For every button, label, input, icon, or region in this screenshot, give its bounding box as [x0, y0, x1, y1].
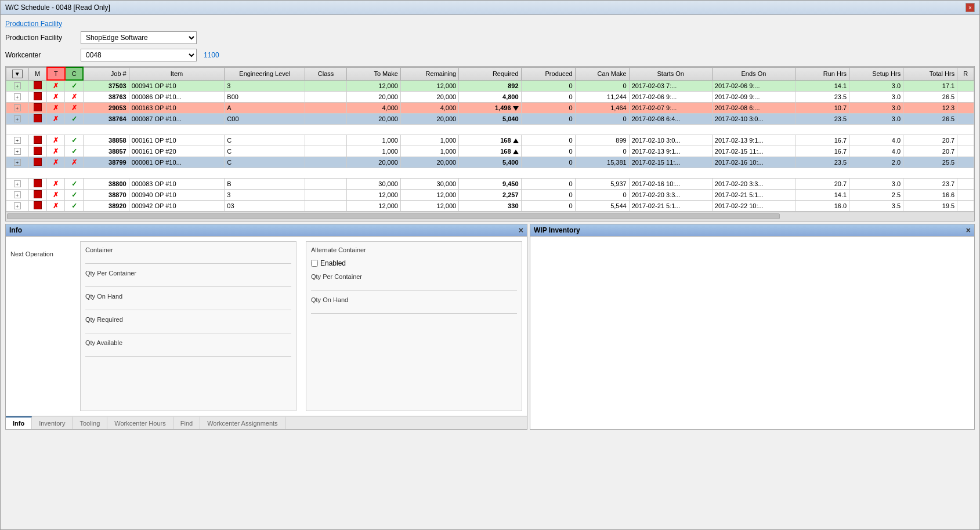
production-facility-dropdown[interactable]: ShopEdge Software	[81, 31, 197, 44]
table-row[interactable]: + ✗ ✓ 37503 000941 OP #10 3 12,000 12,00…	[6, 80, 974, 91]
table-row[interactable]: + ✗ ✗ 38763 000086 OP #10... B00 20,000 …	[6, 91, 974, 102]
facility-link[interactable]: Production Facility	[5, 20, 975, 28]
produced-cell: 0	[521, 80, 575, 91]
m-cell	[28, 157, 46, 168]
col-header-endson: Ends On	[712, 67, 795, 80]
row-expand-btn[interactable]: +	[14, 180, 21, 187]
table-row[interactable]: + ✗ ✓ 38858 000161 OP #10 C 1,000 1,000 …	[6, 135, 974, 146]
job-cell[interactable]: 38920	[83, 200, 129, 211]
table-row[interactable]	[6, 168, 974, 178]
t-cell: ✗	[47, 157, 65, 168]
table-row[interactable]: + ✗ ✓ 38870 000940 OP #10 3 12,000 12,00…	[6, 189, 974, 200]
required-cell: 168	[459, 135, 521, 146]
window-close-button[interactable]: ×	[965, 3, 975, 12]
info-left-section: Next Operation	[10, 241, 80, 411]
endson-cell: 2017-02-10 3:0...	[712, 113, 795, 124]
job-cell[interactable]: 38857	[83, 146, 129, 157]
tab-tooling[interactable]: Tooling	[73, 416, 107, 429]
table-row[interactable]: + ✗ ✓ 38920 000942 OP #10 03 12,000 12,0…	[6, 200, 974, 211]
eng-cell: 03	[225, 200, 305, 211]
job-cell[interactable]: 29053	[83, 102, 129, 113]
item-cell: 000161 OP #20	[129, 146, 225, 157]
row-expand-btn[interactable]: +	[14, 137, 21, 144]
row-expand-btn[interactable]: +	[14, 148, 21, 155]
qty-per-container-label: Qty Per Container	[85, 270, 291, 277]
expand-cell: +	[6, 146, 29, 157]
m-indicator	[34, 92, 42, 100]
m-indicator	[34, 179, 42, 187]
class-cell	[305, 135, 347, 146]
qty-per-container-field: Qty Per Container	[85, 270, 291, 287]
wip-panel-close-button[interactable]: ×	[966, 226, 971, 234]
canmake-cell: 15,381	[575, 157, 629, 168]
t-cell: ✗	[47, 135, 65, 146]
t-cell: ✗	[47, 200, 65, 211]
alt-qty-per-container-field: Qty Per Container	[311, 273, 517, 291]
class-cell	[305, 146, 347, 157]
tab-find[interactable]: Find	[173, 416, 200, 429]
startson-cell: 2017-02-06 9:...	[629, 91, 712, 102]
row-expand-btn[interactable]: +	[14, 82, 21, 89]
wip-panel-body	[530, 237, 974, 429]
tab-workcenter-hours[interactable]: Workcenter Hours	[107, 416, 173, 429]
row-expand-btn[interactable]: +	[14, 202, 21, 209]
alt-container-label: Alternate Container	[311, 246, 517, 253]
c-cell: ✓	[65, 200, 83, 211]
eng-cell: B00	[225, 91, 305, 102]
expand-all-icon[interactable]: ▼	[12, 70, 23, 78]
job-cell[interactable]: 38800	[83, 178, 129, 189]
expand-cell: +	[6, 102, 29, 113]
tab-inventory[interactable]: Inventory	[32, 416, 73, 429]
c2-check-icon: ✓	[71, 115, 77, 123]
table-row[interactable]: + ✗ ✗ 29053 000163 OP #10 A 4,000 4,000 …	[6, 102, 974, 113]
col-header-runhrs: Run Hrs	[795, 67, 849, 80]
c2-x-icon: ✗	[71, 104, 77, 112]
job-cell[interactable]: 38763	[83, 91, 129, 102]
job-cell[interactable]: 38858	[83, 135, 129, 146]
canmake-cell: 5,937	[575, 178, 629, 189]
wip-panel: WIP Inventory ×	[530, 224, 975, 430]
job-cell[interactable]: 37503	[83, 80, 129, 91]
totalhrs-cell: 19.5	[903, 200, 957, 211]
tab-info[interactable]: Info	[6, 416, 32, 429]
class-cell	[305, 102, 347, 113]
c2-check-icon: ✓	[71, 180, 77, 188]
eng-cell: C	[225, 135, 305, 146]
job-cell[interactable]: 38870	[83, 189, 129, 200]
col-header-totalhrs: Total Hrs	[903, 67, 957, 80]
produced-cell: 0	[521, 91, 575, 102]
totalhrs-cell: 17.1	[903, 80, 957, 91]
r-cell	[957, 189, 974, 200]
row-expand-btn[interactable]: +	[14, 191, 21, 198]
schedule-table-scroll[interactable]: ▼ M T C Job # Item Engineering Level Cla…	[6, 67, 974, 212]
row-expand-btn[interactable]: +	[14, 115, 21, 122]
alt-qty-per-container-value	[311, 281, 517, 291]
table-row[interactable]: + ✗ ✓ 38857 000161 OP #20 C 1,000 1,000 …	[6, 146, 974, 157]
c2-x-icon: ✗	[71, 158, 77, 166]
title-bar: W/C Schedule - 0048 [Read Only] ×	[1, 1, 979, 15]
canmake-cell: 899	[575, 135, 629, 146]
table-row[interactable]: + ✗ ✓ 38800 000083 OP #10 B 30,000 30,00…	[6, 178, 974, 189]
job-cell[interactable]: 38764	[83, 113, 129, 124]
workcenter-dropdown[interactable]: 0048	[81, 49, 197, 61]
tomake-cell: 1,000	[346, 135, 400, 146]
totalhrs-cell: 12.3	[903, 102, 957, 113]
row-expand-btn[interactable]: +	[14, 93, 21, 100]
tab-workcenter-assignments[interactable]: Workcenter Assignments	[200, 416, 285, 429]
horizontal-scrollbar[interactable]	[6, 212, 974, 221]
container-section: Container Qty Per Container Qty On Hand	[80, 241, 296, 411]
c2-check-icon: ✓	[71, 202, 77, 210]
info-panel-close-button[interactable]: ×	[519, 226, 523, 234]
class-cell	[305, 113, 347, 124]
scrollbar-thumb[interactable]	[7, 213, 780, 219]
table-row[interactable]: + ✗ ✗ 38799 000081 OP #10... C 20,000 20…	[6, 157, 974, 168]
table-row[interactable]: + ✗ ✓ 38764 000087 OP #10... C00 20,000 …	[6, 113, 974, 124]
row-expand-btn[interactable]: +	[14, 159, 21, 166]
row-expand-btn[interactable]: +	[14, 104, 21, 111]
c2-check-icon: ✓	[71, 191, 77, 199]
tomake-cell: 12,000	[346, 189, 400, 200]
alt-enabled-checkbox[interactable]	[311, 260, 318, 267]
endson-cell: 2017-02-09 9:...	[712, 91, 795, 102]
job-cell[interactable]: 38799	[83, 157, 129, 168]
table-row[interactable]	[6, 124, 974, 135]
